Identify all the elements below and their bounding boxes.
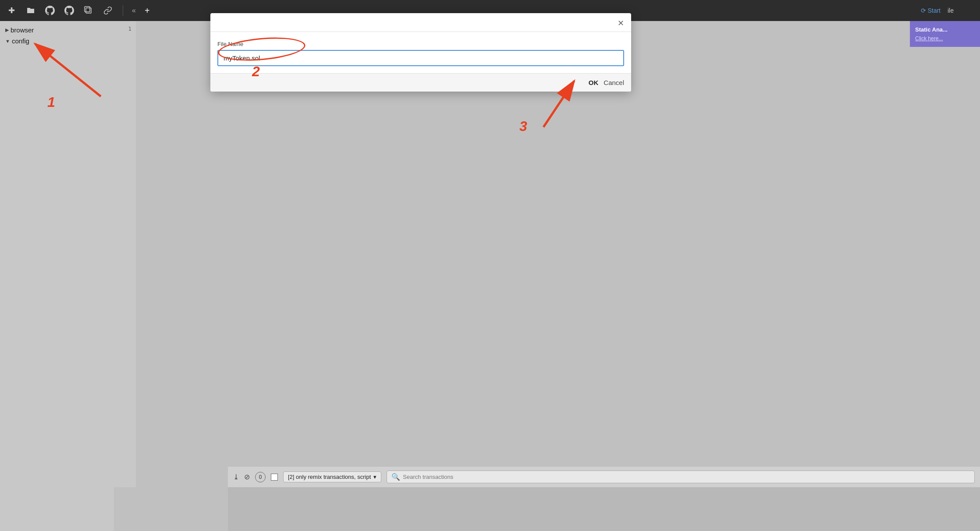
file-name-input[interactable] xyxy=(217,50,624,66)
cancel-button[interactable]: Cancel xyxy=(604,79,624,86)
dialog-close-button[interactable]: ✕ xyxy=(618,18,624,28)
dialog-overlay: ✕ File Name OK Cancel xyxy=(0,0,980,531)
dialog-body: File Name xyxy=(210,32,631,73)
dialog-header: ✕ xyxy=(210,13,631,32)
dialog-footer: OK Cancel xyxy=(210,73,631,92)
file-name-label: File Name xyxy=(217,41,624,47)
ok-button[interactable]: OK xyxy=(589,79,599,86)
new-file-dialog: ✕ File Name OK Cancel xyxy=(210,13,631,92)
